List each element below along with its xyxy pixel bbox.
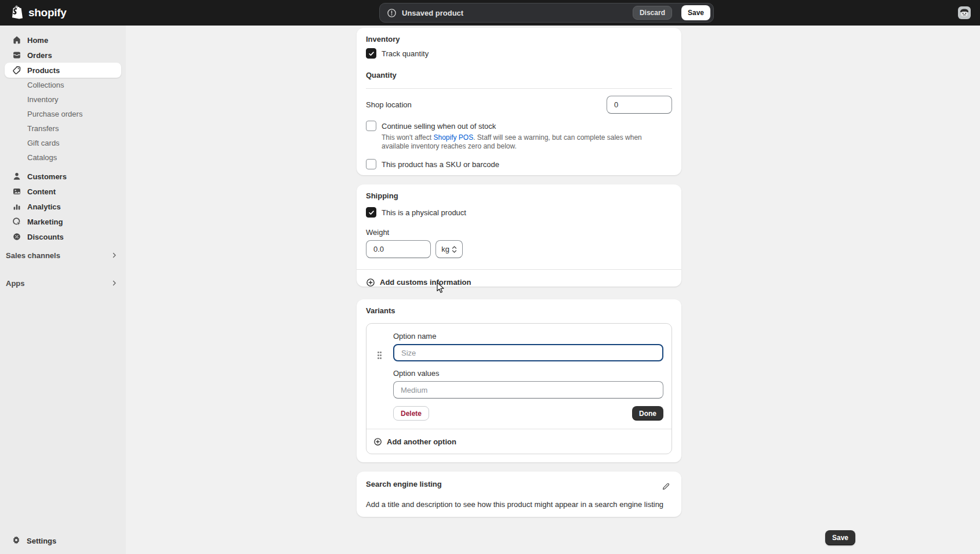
discounts-icon xyxy=(12,232,21,242)
shipping-card: Shipping This is a physical product Weig… xyxy=(357,184,681,287)
sidebar-item-purchase-orders[interactable]: Purchase orders xyxy=(5,107,121,121)
store-avatar[interactable] xyxy=(958,6,971,19)
unsaved-product-label: Unsaved product xyxy=(402,9,627,17)
option-values-input[interactable] xyxy=(393,381,663,399)
customers-icon xyxy=(12,172,21,182)
seo-title: Search engine listing xyxy=(366,480,442,488)
sku-row[interactable]: This product has a SKU or barcode xyxy=(366,159,672,169)
variant-option-editor: Option name Option values Delete Done Ad… xyxy=(366,323,672,454)
option-values-label: Option values xyxy=(393,369,663,378)
track-quantity-row[interactable]: Track quantity xyxy=(366,48,672,59)
save-button-topbar[interactable]: Save xyxy=(681,5,710,20)
pencil-icon xyxy=(662,482,670,491)
track-quantity-label: Track quantity xyxy=(382,49,429,58)
shopify-pos-link[interactable]: Shopify POS xyxy=(433,133,473,142)
sidebar-item-discounts[interactable]: Discounts xyxy=(5,229,121,244)
edit-seo-button[interactable] xyxy=(659,480,672,493)
products-tag-icon xyxy=(12,66,21,75)
continue-selling-checkbox[interactable] xyxy=(366,121,376,131)
sidebar-item-orders[interactable]: Orders xyxy=(5,48,121,63)
sidebar-section-sales-channels[interactable]: Sales channels xyxy=(0,248,126,263)
inventory-title: Inventory xyxy=(366,35,672,44)
variants-card: Variants Option name Option values Delet… xyxy=(357,299,681,462)
add-customs-button[interactable]: Add customs information xyxy=(357,270,681,295)
discard-button[interactable]: Discard xyxy=(633,6,672,20)
delete-option-button[interactable]: Delete xyxy=(393,406,429,421)
orders-icon xyxy=(12,50,21,60)
sidebar-item-settings[interactable]: Settings xyxy=(5,533,121,548)
add-another-option-button[interactable]: Add another option xyxy=(366,429,672,454)
sidebar-item-transfers[interactable]: Transfers xyxy=(5,121,121,136)
avatar-face-icon xyxy=(959,8,970,18)
sidebar-item-collections[interactable]: Collections xyxy=(5,78,121,92)
topbar: shopify Unsaved product Discard Save xyxy=(0,0,980,26)
plus-circle-icon xyxy=(373,437,382,446)
home-icon xyxy=(12,35,21,45)
continue-selling-help: This won't affect Shopify POS. Staff wil… xyxy=(382,133,655,151)
marketing-icon xyxy=(12,217,21,227)
sku-checkbox[interactable] xyxy=(366,159,376,169)
sidebar-item-marketing[interactable]: Marketing xyxy=(5,214,121,229)
sidebar-item-home[interactable]: Home xyxy=(5,32,121,48)
sidebar-item-content[interactable]: Content xyxy=(5,184,121,199)
sidebar-section-apps[interactable]: Apps xyxy=(0,276,126,291)
inventory-card: Inventory Track quantity Quantity Shop l… xyxy=(357,28,681,175)
sidebar-item-products[interactable]: Products xyxy=(5,63,121,78)
shopify-wordmark: shopify xyxy=(28,6,66,19)
physical-product-checkbox[interactable] xyxy=(366,207,376,218)
variants-title: Variants xyxy=(366,306,672,315)
done-option-button[interactable]: Done xyxy=(632,406,663,421)
plus-circle-icon xyxy=(366,278,375,287)
analytics-icon xyxy=(12,202,21,212)
quantity-title: Quantity xyxy=(366,71,672,79)
shop-location-quantity-input[interactable] xyxy=(607,96,672,114)
check-icon xyxy=(368,209,375,216)
sidebar-item-gift-cards[interactable]: Gift cards xyxy=(5,136,121,150)
seo-description: Add a title and description to see how t… xyxy=(366,500,672,509)
seo-card: Search engine listing Add a title and de… xyxy=(357,472,681,517)
sidebar-item-catalogs[interactable]: Catalogs xyxy=(5,150,121,165)
weight-input[interactable] xyxy=(366,240,431,258)
chevron-right-icon xyxy=(111,252,118,259)
chevron-right-icon xyxy=(111,280,118,287)
option-name-input[interactable] xyxy=(393,344,663,361)
shipping-title: Shipping xyxy=(366,191,672,200)
drag-handle[interactable] xyxy=(378,352,384,361)
sidebar-item-customers[interactable]: Customers xyxy=(5,169,121,184)
shopify-bag-icon xyxy=(10,5,24,20)
track-quantity-checkbox[interactable] xyxy=(366,48,376,59)
continue-selling-label: Continue selling when out of stock xyxy=(382,122,496,131)
sku-label: This product has a SKU or barcode xyxy=(382,160,499,169)
stepper-arrows-icon xyxy=(452,245,457,254)
save-button-bottom[interactable]: Save xyxy=(825,530,855,545)
weight-label: Weight xyxy=(366,228,672,237)
check-icon xyxy=(368,50,375,57)
sidebar-item-analytics[interactable]: Analytics xyxy=(5,199,121,214)
unsaved-changes-bar: Unsaved product Discard Save xyxy=(379,3,714,23)
gear-icon xyxy=(12,535,21,546)
alert-circle-icon xyxy=(387,8,397,18)
physical-product-row[interactable]: This is a physical product xyxy=(366,207,672,218)
physical-product-label: This is a physical product xyxy=(382,208,466,217)
continue-selling-row[interactable]: Continue selling when out of stock xyxy=(366,121,672,131)
sidebar: Home Orders Products Collections Invento… xyxy=(0,26,126,554)
shopify-logo[interactable]: shopify xyxy=(10,0,66,26)
content-icon xyxy=(12,187,21,197)
main-content: Inventory Track quantity Quantity Shop l… xyxy=(357,28,681,526)
sidebar-item-inventory[interactable]: Inventory xyxy=(5,92,121,107)
option-name-label: Option name xyxy=(393,332,663,341)
weight-unit-select[interactable]: kg xyxy=(435,240,463,258)
shop-location-label: Shop location xyxy=(366,100,412,109)
